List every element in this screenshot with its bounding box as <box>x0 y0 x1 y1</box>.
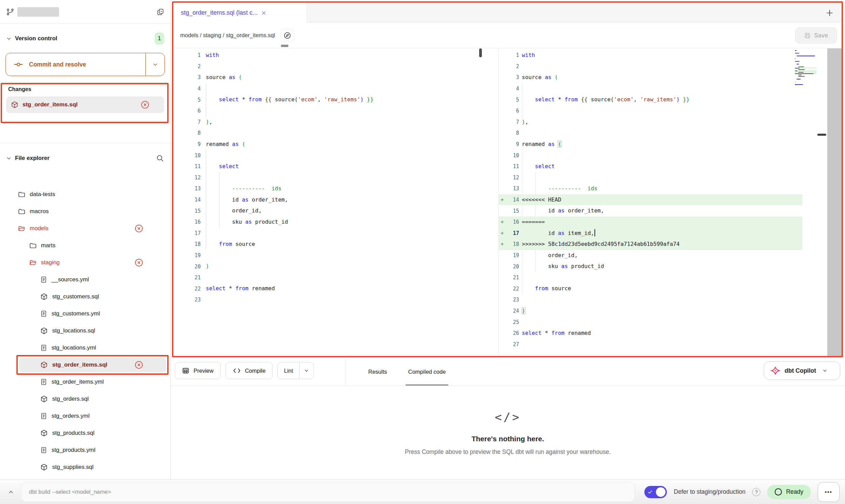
tree-item-stg_orders.yml[interactable]: stg_orders.yml <box>0 407 171 425</box>
code-line[interactable]: 5 select * from {{ source('ecom', 'raw_i… <box>173 94 498 105</box>
minimap[interactable] <box>795 50 817 87</box>
code-line[interactable]: 21 <box>499 272 802 283</box>
new-tab-icon[interactable] <box>825 9 834 17</box>
chevron-up-icon[interactable] <box>8 489 14 495</box>
code-line[interactable]: 6 <box>173 105 498 117</box>
code-line[interactable]: 21 <box>173 272 498 283</box>
code-line[interactable]: 15 order_id, <box>173 205 498 217</box>
tree-item-stg_locations.yml[interactable]: stg_locations.yml <box>0 339 171 356</box>
tree-item-models[interactable]: models <box>0 220 171 237</box>
branch-icon[interactable] <box>6 8 14 16</box>
code-line[interactable]: 22select * from renamed <box>173 283 498 294</box>
tab-compiled-code[interactable]: Compiled code <box>406 357 448 386</box>
tree-item-stg_products.sql[interactable]: stg_products.sql <box>0 425 171 442</box>
revert-file-icon[interactable] <box>141 100 149 109</box>
code-line[interactable]: 3source as ( <box>173 72 498 83</box>
code-line[interactable]: 17 <box>173 228 498 239</box>
code-line[interactable]: 8 <box>499 128 802 139</box>
tree-item-marts[interactable]: marts <box>0 237 171 254</box>
code-line[interactable]: 4 <box>499 83 802 94</box>
code-line[interactable]: 19 order_id, <box>499 250 802 261</box>
code-line[interactable]: 11 select <box>499 161 802 172</box>
file-history-button[interactable] <box>281 29 294 42</box>
compile-button[interactable]: Compile <box>226 362 273 379</box>
code-line[interactable]: 9renamed as ( <box>173 139 498 150</box>
lint-button[interactable]: Lint <box>278 362 299 379</box>
defer-toggle[interactable] <box>644 486 667 498</box>
code-line[interactable]: 22 from source <box>499 283 802 294</box>
code-line[interactable]: 13 ---------- ids <box>173 183 498 194</box>
tree-item-__sources.yml[interactable]: __sources.yml <box>0 271 171 288</box>
status-badge[interactable]: Ready <box>767 485 811 499</box>
editor-scrollbar[interactable] <box>827 48 842 357</box>
tree-item-macros[interactable]: macros <box>0 203 171 220</box>
code-line[interactable]: 1with <box>499 50 802 61</box>
tab-stg-order-items[interactable]: stg_order_items.sql (last c... <box>173 3 307 23</box>
code-line[interactable]: 9renamed as ( <box>499 139 802 150</box>
code-line[interactable]: 23 <box>499 294 802 306</box>
tree-item-stg_order_items.yml[interactable]: stg_order_items.yml <box>0 373 171 390</box>
more-options-button[interactable]: ••• <box>818 482 840 502</box>
code-line[interactable]: 2 <box>499 61 802 72</box>
code-line[interactable]: 15 id as order_item, <box>499 205 802 217</box>
dbt-copilot-button[interactable]: dbt Copilot <box>764 361 840 380</box>
tree-item-stg_products.yml[interactable]: stg_products.yml <box>0 442 171 459</box>
code-line[interactable]: 10 <box>173 150 498 161</box>
code-line[interactable]: 12 <box>173 172 498 183</box>
code-line[interactable]: 27 <box>499 339 802 350</box>
tree-item-stg_customers.yml[interactable]: stg_customers.yml <box>0 305 171 322</box>
revert-file-icon[interactable] <box>134 360 143 369</box>
tab-results[interactable]: Results <box>366 357 389 386</box>
code-line[interactable]: 16 sku as product_id <box>173 217 498 228</box>
command-input[interactable]: dbt build --select <model_name> <box>21 482 635 502</box>
code-line[interactable]: 11 select <box>173 161 498 172</box>
editor-scrollbar-thumb[interactable] <box>817 134 826 136</box>
code-line[interactable]: 4 <box>173 83 498 94</box>
code-line[interactable]: 20) <box>173 261 498 272</box>
code-line[interactable]: 24) <box>499 306 802 317</box>
lint-options-caret[interactable] <box>299 362 314 379</box>
search-icon[interactable] <box>156 154 164 162</box>
code-line[interactable]: 10 <box>499 150 802 161</box>
code-line[interactable]: 14 id as order_item, <box>173 194 498 206</box>
code-line[interactable]: +14<<<<<<< HEAD <box>499 194 802 206</box>
file-explorer-section-header[interactable]: File explorer <box>0 151 170 166</box>
commit-and-resolve-button[interactable]: Commit and resolve <box>5 53 165 76</box>
left-pane-scrollbar-thumb[interactable] <box>479 48 482 57</box>
code-line[interactable]: 25 <box>499 316 802 328</box>
tree-item-data-tests[interactable]: data-tests <box>0 186 171 203</box>
code-line[interactable]: +17 id as item_id, <box>499 228 802 239</box>
code-line[interactable]: 6 <box>499 105 802 117</box>
code-line[interactable]: 1with <box>173 50 498 61</box>
code-line[interactable]: 3source as ( <box>499 72 802 83</box>
revert-file-icon[interactable] <box>134 258 143 267</box>
save-button[interactable]: Save <box>795 27 837 44</box>
tree-item-stg_orders.sql[interactable]: stg_orders.sql <box>0 390 171 407</box>
code-line[interactable]: 18 from source <box>173 239 498 250</box>
code-line[interactable]: 23 <box>173 294 498 306</box>
preview-button[interactable]: Preview <box>175 362 221 379</box>
revert-file-icon[interactable] <box>134 224 143 233</box>
code-line[interactable]: 26select * from renamed <box>499 328 802 339</box>
code-line[interactable]: 5 select * from {{ source('ecom', 'raw_i… <box>499 94 802 105</box>
tree-item-stg_order_items.sql[interactable]: stg_order_items.sql <box>0 356 171 373</box>
code-line[interactable]: 8 <box>173 128 498 139</box>
help-icon[interactable]: ? <box>752 488 760 496</box>
code-line[interactable]: 20 sku as product_id <box>499 261 802 272</box>
tree-item-stg_customers.sql[interactable]: stg_customers.sql <box>0 288 171 305</box>
tree-item-stg_locations.sql[interactable]: stg_locations.sql <box>0 322 171 339</box>
commit-options-caret[interactable] <box>145 53 164 76</box>
copy-icon[interactable] <box>157 8 164 16</box>
code-line[interactable]: 7), <box>499 117 802 128</box>
code-line[interactable]: 2 <box>173 61 498 72</box>
tree-item-staging[interactable]: staging <box>0 254 171 271</box>
tree-item-stg_supplies.sql[interactable]: stg_supplies.sql <box>0 459 171 476</box>
editor-right-pane[interactable]: 1with23source as (45 select * from {{ so… <box>498 48 843 357</box>
code-line[interactable]: 7), <box>173 117 498 128</box>
code-line[interactable]: +18>>>>>>> 58c1dd23d5eebd9cd2495fa7124ab… <box>499 239 802 250</box>
code-line[interactable]: +16======= <box>499 217 802 228</box>
editor-left-pane[interactable]: 1with23source as (45 select * from {{ so… <box>173 48 498 357</box>
code-line[interactable]: 13 ---------- ids <box>499 183 802 194</box>
version-control-section-header[interactable]: Version control 1 <box>0 32 170 45</box>
changed-file-row[interactable]: stg_order_items.sql <box>6 97 164 113</box>
